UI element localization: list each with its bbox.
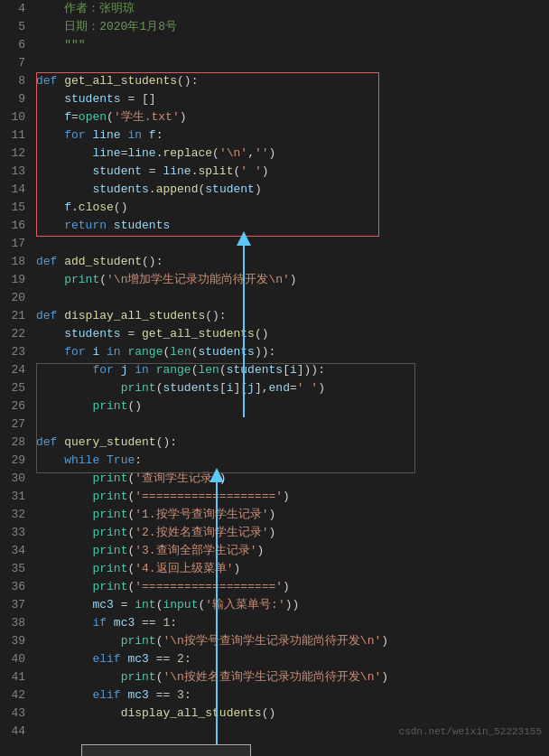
line-content: for j in range(len(students[i])): xyxy=(33,361,549,379)
token: print xyxy=(121,634,156,648)
line-content: elif mc3 == 3: xyxy=(33,686,549,705)
line-number: 40 xyxy=(0,650,33,668)
token xyxy=(36,544,92,557)
line-number: 39 xyxy=(0,632,33,650)
line-number: 30 xyxy=(0,470,33,488)
token: . xyxy=(71,201,79,214)
line-number: 11 xyxy=(0,126,33,145)
token: in xyxy=(127,128,148,142)
line-content: elif mc3 == 2: xyxy=(33,650,549,668)
token: '3.查询全部学生记录' xyxy=(135,544,256,557)
token: ( xyxy=(107,110,114,124)
line-content: mc3 = int(input('输入菜单号:')) xyxy=(33,596,549,614)
line-content: print('\n按姓名查询学生记录功能尚待开发\n') xyxy=(33,668,549,686)
line-number: 41 xyxy=(0,668,33,686)
token: """ xyxy=(36,38,86,51)
token: : xyxy=(156,128,163,142)
token: def xyxy=(36,74,64,88)
line-number: 23 xyxy=(0,343,33,361)
token: ) xyxy=(262,164,269,178)
token: 2 xyxy=(177,652,184,666)
token: len xyxy=(170,345,191,359)
line-content: for i in range(len(students)): xyxy=(33,343,549,361)
code-line: 32 print('1.按学号查询学生记录') xyxy=(0,506,549,524)
line-number: 24 xyxy=(0,361,33,379)
token xyxy=(36,508,92,521)
line-content xyxy=(33,415,549,434)
code-line: 34 print('3.查询全部学生记录') xyxy=(0,542,549,560)
token: int xyxy=(135,598,155,611)
token: () xyxy=(262,706,276,720)
token: )) xyxy=(285,598,300,611)
code-line: 20 xyxy=(0,289,549,307)
token: : xyxy=(170,616,177,630)
code-line: 26 print() xyxy=(0,397,549,415)
code-line: 21def display_all_students(): xyxy=(0,307,549,325)
token: : xyxy=(184,688,199,702)
token xyxy=(36,110,64,124)
token: '4.返回上级菜单' xyxy=(135,562,233,575)
token: [ xyxy=(219,381,227,395)
token: input xyxy=(163,598,198,611)
token: print xyxy=(92,508,127,521)
line-number: 20 xyxy=(0,289,33,307)
token: query_student xyxy=(64,435,155,449)
line-content: students.append(student) xyxy=(33,181,549,199)
token: ) xyxy=(256,544,264,557)
line-number: 36 xyxy=(0,578,33,596)
token: get_all_students xyxy=(142,327,255,341)
token: == xyxy=(149,688,177,702)
line-number: 25 xyxy=(0,379,33,397)
line-number: 42 xyxy=(0,686,33,705)
token: print xyxy=(92,562,127,575)
token: True xyxy=(107,453,135,467)
token: ) xyxy=(283,580,290,593)
line-number: 29 xyxy=(0,452,33,470)
token: if xyxy=(92,616,113,630)
token: mc3 xyxy=(127,652,148,666)
line-number: 27 xyxy=(0,415,33,434)
token: = xyxy=(290,381,297,395)
token: end xyxy=(269,381,290,395)
code-line: 5 日期：2020年1月8号 xyxy=(0,18,549,36)
token: ) xyxy=(255,182,262,196)
token: for xyxy=(92,363,120,377)
token: in xyxy=(107,345,127,359)
token: [ xyxy=(283,363,290,377)
line-content: display_all_students() xyxy=(33,705,549,723)
line-number: 37 xyxy=(0,596,33,614)
token xyxy=(36,399,92,413)
token: students xyxy=(64,327,120,341)
token: ) xyxy=(290,273,297,286)
line-content xyxy=(33,54,549,72)
token: (): xyxy=(156,435,177,449)
token xyxy=(36,182,92,196)
token: line xyxy=(92,146,120,160)
code-line: 28def query_student(): xyxy=(0,434,549,452)
token: students xyxy=(163,381,219,395)
token xyxy=(36,471,92,485)
line-number: 6 xyxy=(0,36,33,54)
code-line: 8def get_all_students(): xyxy=(0,72,549,90)
line-content: students = [] xyxy=(33,90,549,108)
token xyxy=(36,201,64,214)
line-content xyxy=(33,289,549,307)
token: students xyxy=(199,345,255,359)
line-number: 4 xyxy=(0,0,33,18)
token: '\n按姓名查询学生记录功能尚待开发\n' xyxy=(163,670,381,684)
token: ) xyxy=(233,562,240,575)
token: print xyxy=(92,580,127,593)
token: replace xyxy=(163,146,212,160)
token: close xyxy=(79,201,114,214)
token: '===================' xyxy=(135,490,283,503)
token: ) xyxy=(283,490,290,503)
token: print xyxy=(92,471,127,485)
line-number: 28 xyxy=(0,434,33,452)
token: def xyxy=(36,309,64,322)
token: '===================' xyxy=(135,580,283,593)
token: : xyxy=(184,652,191,666)
token: students xyxy=(64,92,120,106)
token: display_all_students xyxy=(121,706,262,720)
token xyxy=(36,327,64,341)
token xyxy=(36,92,64,106)
